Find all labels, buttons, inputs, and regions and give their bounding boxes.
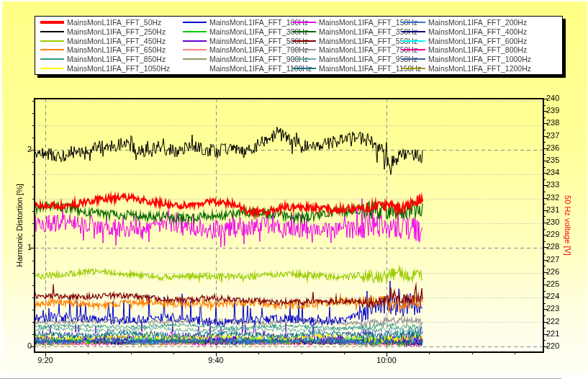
legend-item: MainsMonL1IFA_FFT_650Hz bbox=[40, 45, 183, 54]
legend-line-swatch bbox=[292, 31, 316, 32]
legend-line-swatch bbox=[40, 40, 64, 42]
legend-item-label: MainsMonL1IFA_FFT_1050Hz bbox=[67, 64, 170, 73]
legend-line-swatch bbox=[40, 49, 64, 50]
legend-line-swatch bbox=[402, 58, 425, 60]
legend-item-label: MainsMonL1IFA_FFT_850Hz bbox=[67, 55, 166, 63]
legend-line-swatch bbox=[292, 49, 316, 50]
legend-line-swatch bbox=[40, 68, 64, 69]
legend-line-swatch bbox=[402, 40, 425, 42]
legend-line-swatch bbox=[183, 58, 207, 60]
legend-item: MainsMonL1IFA_FFT_950Hz bbox=[292, 55, 402, 63]
legend-item-label: MainsMonL1IFA_FFT_650Hz bbox=[67, 45, 166, 54]
legend: MainsMonL1IFA_FFT_50HzMainsMonL1IFA_FFT_… bbox=[35, 16, 563, 75]
legend-item: MainsMonL1IFA_FFT_850Hz bbox=[40, 55, 183, 63]
legend-item: MainsMonL1IFA_FFT_250Hz bbox=[40, 27, 183, 36]
legend-item: MainsMonL1IFA_FFT_1150Hz bbox=[292, 64, 402, 73]
legend-line-swatch bbox=[183, 31, 207, 32]
legend-item-label: MainsMonL1IFA_FFT_200Hz bbox=[428, 18, 527, 27]
legend-item: MainsMonL1IFA_FFT_1050Hz bbox=[40, 64, 183, 73]
legend-line-swatch bbox=[183, 22, 207, 23]
legend-item: MainsMonL1IFA_FFT_1200Hz bbox=[402, 64, 561, 73]
legend-line-swatch bbox=[40, 58, 64, 60]
legend-line-swatch bbox=[292, 68, 316, 69]
legend-line-swatch bbox=[40, 21, 64, 24]
legend-item: MainsMonL1IFA_FFT_150Hz bbox=[292, 18, 402, 27]
legend-item: MainsMonL1IFA_FFT_400Hz bbox=[402, 27, 561, 36]
legend-line-swatch bbox=[402, 22, 425, 23]
legend-item-label: MainsMonL1IFA_FFT_250Hz bbox=[67, 27, 166, 36]
legend-line-swatch bbox=[402, 49, 425, 50]
legend-item: MainsMonL1IFA_FFT_750Hz bbox=[292, 45, 402, 54]
legend-item: MainsMonL1IFA_FFT_700Hz bbox=[183, 45, 292, 54]
right-axis-title: 50 Hz voltage [V] bbox=[564, 195, 572, 256]
legend-item: MainsMonL1IFA_FFT_450Hz bbox=[40, 37, 183, 45]
legend-line-swatch bbox=[183, 68, 207, 69]
legend-line-swatch bbox=[183, 40, 207, 42]
chart-window: MainsMonL1IFA_FFT_50HzMainsMonL1IFA_FFT_… bbox=[0, 0, 588, 381]
legend-line-swatch bbox=[40, 31, 64, 32]
legend-item: MainsMonL1IFA_FFT_550Hz bbox=[292, 37, 402, 45]
legend-item: MainsMonL1IFA_FFT_50Hz bbox=[40, 18, 183, 27]
bottom-divider bbox=[0, 378, 561, 379]
legend-item: MainsMonL1IFA_FFT_100Hz bbox=[183, 18, 292, 27]
legend-item-label: MainsMonL1IFA_FFT_450Hz bbox=[67, 37, 166, 45]
legend-item-label: MainsMonL1IFA_FFT_1200Hz bbox=[428, 64, 531, 73]
legend-item: MainsMonL1IFA_FFT_600Hz bbox=[402, 37, 561, 45]
legend-line-swatch bbox=[292, 22, 316, 23]
legend-item-label: MainsMonL1IFA_FFT_400Hz bbox=[428, 27, 527, 36]
legend-item: MainsMonL1IFA_FFT_350Hz bbox=[292, 27, 402, 36]
legend-item: MainsMonL1IFA_FFT_300Hz bbox=[183, 27, 292, 36]
legend-item-label: MainsMonL1IFA_FFT_800Hz bbox=[428, 45, 527, 54]
legend-item: MainsMonL1IFA_FFT_500Hz bbox=[183, 37, 292, 45]
legend-item-label: MainsMonL1IFA_FFT_1000Hz bbox=[428, 55, 531, 63]
legend-line-swatch bbox=[402, 31, 425, 32]
legend-item: MainsMonL1IFA_FFT_200Hz bbox=[402, 18, 561, 27]
legend-item-label: MainsMonL1IFA_FFT_600Hz bbox=[428, 37, 527, 45]
legend-item: MainsMonL1IFA_FFT_1100Hz bbox=[183, 64, 292, 73]
left-axis-title: Harmonic Distortion [%] bbox=[15, 184, 24, 267]
legend-line-swatch bbox=[292, 58, 316, 60]
legend-item: MainsMonL1IFA_FFT_900Hz bbox=[183, 55, 292, 63]
legend-line-swatch bbox=[402, 68, 425, 69]
legend-line-swatch bbox=[292, 40, 316, 42]
legend-item: MainsMonL1IFA_FFT_800Hz bbox=[402, 45, 561, 54]
legend-item: MainsMonL1IFA_FFT_1000Hz bbox=[402, 55, 561, 63]
legend-item-label: MainsMonL1IFA_FFT_50Hz bbox=[67, 18, 161, 27]
legend-line-swatch bbox=[183, 49, 207, 50]
